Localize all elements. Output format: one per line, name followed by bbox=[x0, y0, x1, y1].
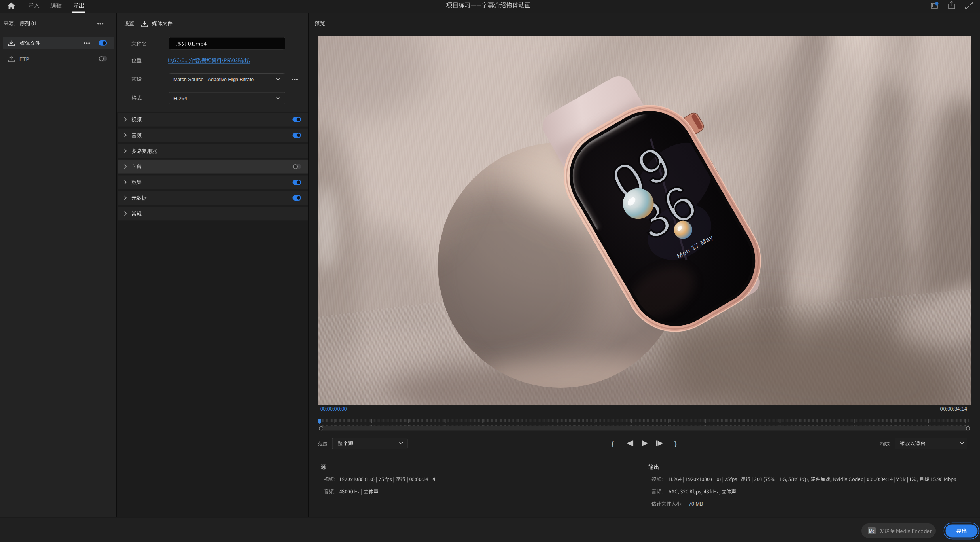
svg-text:Me: Me bbox=[869, 529, 875, 533]
svg-text:{: { bbox=[612, 440, 614, 447]
svg-text:H.264: H.264 bbox=[173, 95, 187, 101]
svg-text:70 MB: 70 MB bbox=[689, 501, 703, 507]
svg-text:00:00:34:14: 00:00:34:14 bbox=[940, 406, 967, 412]
svg-text:}: } bbox=[674, 440, 677, 447]
svg-text:Match Source - Adaptive High B: Match Source - Adaptive High Bitrate bbox=[173, 77, 254, 82]
svg-text:FTP: FTP bbox=[19, 56, 30, 62]
svg-text:00:00:00:00: 00:00:00:00 bbox=[320, 406, 347, 412]
